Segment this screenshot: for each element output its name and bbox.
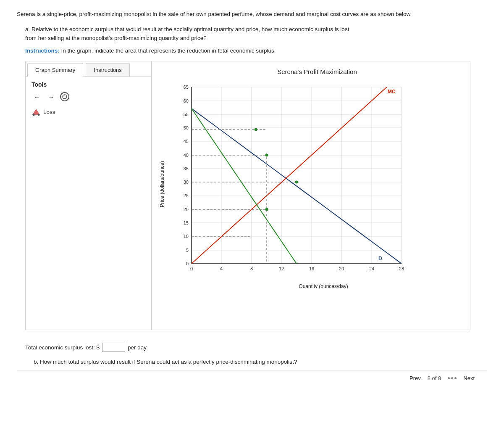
redo-button[interactable]: →	[46, 91, 57, 102]
right-panel: Serena's Profit Maximization Price (doll…	[152, 61, 470, 330]
loss-tool-icon	[32, 107, 41, 116]
svg-text:8: 8	[250, 266, 253, 271]
prev-button[interactable]: Prev	[410, 375, 421, 381]
svg-text:35: 35	[184, 166, 189, 171]
svg-text:40: 40	[184, 153, 189, 158]
loss-tool-label: Loss	[43, 109, 55, 115]
tab-bar: Graph Summary Instructions	[26, 61, 151, 77]
tab-graph-summary[interactable]: Graph Summary	[27, 63, 83, 77]
dot-3	[454, 377, 457, 379]
svg-text:15: 15	[184, 220, 189, 225]
svg-text:30: 30	[184, 180, 189, 185]
graph-area: Graph Summary Instructions Tools ← →	[25, 61, 470, 330]
svg-point-6	[33, 114, 35, 116]
sub-question-b: b. How much total surplus would result i…	[34, 358, 479, 366]
total-loss-input[interactable]	[102, 343, 125, 352]
total-loss-row: Total economic surplus lost: $ per day.	[25, 343, 487, 352]
dot-1	[448, 377, 450, 379]
total-loss-label: Total economic surplus lost: $	[25, 344, 100, 351]
x-axis-label: Quantity (ounces/day)	[185, 283, 462, 289]
dot-2	[451, 377, 453, 379]
loss-tool[interactable]: Loss	[32, 107, 145, 116]
settings-icon[interactable]	[60, 92, 69, 101]
next-button[interactable]: Next	[463, 375, 475, 381]
svg-text:24: 24	[369, 266, 374, 271]
svg-text:12: 12	[279, 266, 284, 271]
main-question: Serena is a single-price, profit-maximiz…	[17, 10, 479, 18]
svg-point-64	[265, 208, 268, 211]
chart-wrapper: Price (dollars/ounce)	[156, 79, 462, 289]
tools-label: Tools	[32, 81, 145, 88]
tab-instructions[interactable]: Instructions	[86, 63, 129, 77]
tools-section: Tools ← →	[26, 77, 151, 119]
svg-text:10: 10	[184, 234, 189, 239]
y-axis-label: Price (dollars/ounce)	[159, 161, 165, 207]
mr-curve	[192, 108, 297, 264]
undo-button[interactable]: ←	[32, 91, 42, 102]
svg-point-7	[38, 114, 40, 116]
svg-text:45: 45	[184, 139, 189, 144]
tools-icons: ← →	[32, 91, 145, 102]
svg-text:4: 4	[220, 266, 223, 271]
chart-and-x: 0 5 10 15 20 25 30 35 40 45 50 55	[168, 79, 462, 289]
svg-text:60: 60	[184, 98, 189, 103]
per-day-label: per day.	[128, 344, 148, 351]
instructions: Instructions: In the graph, indicate the…	[25, 47, 479, 55]
sub-question-a: a. Relative to the economic surplus that…	[25, 25, 479, 42]
svg-text:25: 25	[184, 193, 189, 198]
demand-curve	[192, 108, 402, 264]
left-panel: Graph Summary Instructions Tools ← →	[26, 61, 152, 330]
nav-dots	[448, 377, 457, 379]
chart-svg: 0 5 10 15 20 25 30 35 40 45 50 55	[168, 79, 462, 282]
svg-text:0: 0	[186, 261, 189, 266]
chart-title: Serena's Profit Maximization	[164, 68, 470, 75]
nav-bar: Prev 8 of 8 Next	[17, 370, 487, 386]
svg-point-66	[255, 128, 257, 131]
page-indicator: 8 of 8	[428, 375, 441, 381]
svg-text:20: 20	[339, 266, 344, 271]
svg-text:5: 5	[186, 248, 189, 253]
y-axis-label-container: Price (dollars/ounce)	[156, 79, 168, 289]
svg-text:28: 28	[399, 266, 404, 271]
svg-text:D: D	[378, 256, 382, 262]
svg-text:55: 55	[184, 112, 189, 117]
svg-text:MC: MC	[388, 89, 396, 95]
svg-point-63	[265, 154, 268, 157]
svg-text:50: 50	[184, 125, 189, 130]
bottom-section: Total economic surplus lost: $ per day. …	[25, 343, 487, 366]
svg-text:16: 16	[309, 266, 314, 271]
svg-rect-8	[192, 87, 402, 264]
mc-curve	[192, 87, 387, 264]
svg-point-65	[295, 181, 298, 184]
svg-text:65: 65	[184, 85, 189, 90]
svg-text:0: 0	[190, 266, 193, 271]
svg-text:20: 20	[184, 207, 189, 212]
